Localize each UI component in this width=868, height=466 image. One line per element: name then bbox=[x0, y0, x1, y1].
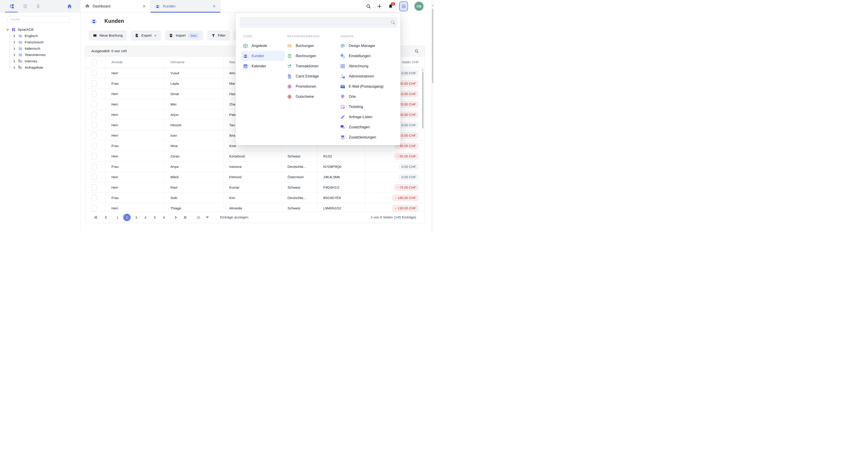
cell-anrede: Herr bbox=[105, 151, 164, 161]
page-number-4[interactable]: 4 bbox=[142, 214, 149, 221]
menu-item-kalender[interactable]: Kalender bbox=[241, 61, 285, 71]
row-checkbox[interactable] bbox=[91, 195, 96, 201]
page-scrollbar[interactable] bbox=[431, 0, 434, 233]
saldo-badge: − 185.00 CHF bbox=[392, 195, 419, 201]
scrollbar-thumb[interactable] bbox=[422, 72, 424, 129]
last-page-icon[interactable] bbox=[183, 215, 187, 219]
row-checkbox[interactable] bbox=[91, 164, 96, 170]
button-label: Neue Buchung bbox=[99, 33, 123, 37]
search-icon[interactable] bbox=[414, 49, 419, 53]
menu-item-label: E-Mail (Postausgang) bbox=[349, 85, 383, 89]
page-number-2[interactable]: 2 bbox=[123, 214, 131, 221]
tree-structure-icon[interactable] bbox=[9, 4, 14, 9]
row-checkbox[interactable] bbox=[91, 174, 96, 180]
menu-item-ticketing[interactable]: Ticketing bbox=[338, 102, 399, 112]
first-page-icon[interactable] bbox=[94, 215, 98, 219]
page-number-6[interactable]: 6 bbox=[160, 214, 168, 221]
row-checkbox[interactable] bbox=[91, 122, 96, 128]
menu-item-gutscheine[interactable]: $Gutscheine bbox=[285, 92, 338, 102]
row-checkbox[interactable] bbox=[91, 111, 96, 118]
menu-item-orte[interactable]: Orte bbox=[338, 92, 399, 102]
neue-buchung-button[interactable]: Neue Buchung bbox=[89, 31, 127, 40]
cell-land: Österreich bbox=[282, 172, 317, 182]
menu-item-zusatzleistungen[interactable]: Zusatzleistungen bbox=[338, 132, 399, 142]
menu-item-camt-eintr-ge[interactable]: Camt Einträge bbox=[285, 71, 338, 81]
table-row[interactable]: Frau Suki Kim Deutschla… B5C6D7E8 − 185.… bbox=[86, 193, 425, 203]
row-checkbox[interactable] bbox=[91, 101, 96, 107]
table-row[interactable]: Frau Anya Ivanova Deutschla… N7O8P9Q0 0.… bbox=[86, 162, 425, 172]
table-row[interactable]: Herr Zoran Kovačević Schweiz R1S2 − 55.0… bbox=[86, 151, 425, 162]
apps-grid-button[interactable] bbox=[399, 1, 408, 11]
table-row[interactable]: Herr Ravi Kumar Schweiz F9G0H1I2 − 75.00… bbox=[86, 182, 425, 193]
menu-item-anfrage-listen[interactable]: Anfrage-Listen bbox=[338, 112, 399, 122]
search-icon[interactable] bbox=[366, 4, 371, 9]
tab-kunden[interactable]: Kunden bbox=[151, 0, 221, 12]
tree-item-französisch[interactable]: Französisch bbox=[9, 39, 80, 45]
sidebar-search-input[interactable] bbox=[7, 16, 70, 23]
export-button[interactable]: Export bbox=[131, 31, 161, 40]
import-button[interactable]: Import beta bbox=[165, 31, 203, 40]
menu-item-transaktionen[interactable]: Transaktionen bbox=[285, 61, 338, 71]
menu-item-promotionen[interactable]: $Promotionen bbox=[285, 81, 338, 92]
cell-land: Schweiz bbox=[282, 151, 317, 161]
invoice-icon bbox=[287, 53, 292, 59]
row-checkbox[interactable] bbox=[91, 184, 96, 191]
menu-group-core: CORE Angebote Kunden Kalender bbox=[243, 35, 285, 71]
scrollbar-thumb[interactable] bbox=[432, 8, 433, 83]
close-icon[interactable] bbox=[213, 4, 216, 8]
previous-page-icon[interactable] bbox=[104, 215, 108, 219]
menu-item-kunden[interactable]: Kunden bbox=[241, 51, 285, 61]
menu-item-rechnungen[interactable]: Rechnungen bbox=[285, 51, 338, 61]
row-checkbox[interactable] bbox=[91, 80, 96, 87]
menu-item-abrechnung[interactable]: Abrechnung bbox=[338, 61, 399, 71]
menu-item-administratoren[interactable]: Administratoren bbox=[338, 71, 399, 81]
menu-item-buchungen[interactable]: Buchungen bbox=[285, 41, 338, 51]
topbar-actions: 1 CB bbox=[366, 0, 424, 12]
table-row[interactable]: Herr Miloš Petrović Österreich J3K4L5M6 … bbox=[86, 172, 425, 182]
row-checkbox[interactable] bbox=[91, 132, 96, 138]
row-checkbox-cell bbox=[86, 193, 105, 203]
cell-anrede: Herr bbox=[105, 99, 164, 109]
table-scrollbar[interactable] bbox=[422, 68, 424, 210]
home-icon[interactable] bbox=[67, 4, 72, 9]
menu-item-einstellungen[interactable]: Einstellungen bbox=[338, 51, 399, 61]
plus-icon[interactable] bbox=[377, 4, 382, 9]
next-page-icon[interactable] bbox=[174, 215, 178, 219]
page-number-5[interactable]: 5 bbox=[151, 214, 158, 221]
menu-item-label: Zusatzfragen bbox=[349, 125, 370, 129]
row-checkbox[interactable] bbox=[91, 70, 96, 76]
select-all-checkbox[interactable] bbox=[91, 59, 96, 65]
avatar[interactable]: CB bbox=[414, 1, 424, 11]
app-menu-search-input[interactable] bbox=[239, 17, 397, 28]
row-checkbox[interactable] bbox=[91, 143, 96, 149]
tree-item-teaminternes[interactable]: Teaminternes bbox=[9, 52, 80, 58]
scroll-up-arrow-icon[interactable] bbox=[432, 4, 434, 6]
page-number-1[interactable]: 1 bbox=[114, 214, 121, 221]
menu-item-design-manager[interactable]: Design Manager bbox=[338, 41, 399, 51]
menu-group-title: ANDERE bbox=[340, 35, 399, 38]
tree-item-italienisch[interactable]: Italienisch bbox=[9, 45, 80, 52]
row-checkbox[interactable] bbox=[91, 91, 96, 97]
top-bar: Dashboard Kunden 1 CB bbox=[0, 0, 434, 13]
trash-icon[interactable] bbox=[35, 4, 41, 9]
close-icon[interactable] bbox=[143, 4, 146, 8]
filter-button[interactable]: Filter bbox=[207, 31, 230, 40]
tree-item-englisch[interactable]: Englisch bbox=[9, 33, 80, 39]
menu-group-title: RECHNUNGSWESEN bbox=[287, 35, 338, 38]
menu-item-zusatzfragen[interactable]: Zusatzfragen bbox=[338, 122, 399, 132]
archive-icon[interactable] bbox=[23, 4, 28, 9]
page-number-3[interactable]: 3 bbox=[132, 214, 140, 221]
row-checkbox[interactable] bbox=[91, 205, 96, 211]
menu-item-angebote[interactable]: Angebote bbox=[241, 41, 285, 51]
bell-icon[interactable]: 1 bbox=[388, 4, 393, 9]
boxes-icon bbox=[340, 135, 345, 140]
users-icon bbox=[155, 4, 160, 9]
tree-root[interactable]: SprachCB bbox=[0, 26, 80, 33]
tree-item-internes[interactable]: Internes bbox=[9, 58, 80, 64]
row-checkbox[interactable] bbox=[91, 153, 96, 159]
tab-dashboard[interactable]: Dashboard bbox=[81, 0, 151, 12]
scroll-up-arrow-icon[interactable] bbox=[422, 69, 424, 70]
tree-item-anfrageliste[interactable]: Anfrageliste bbox=[9, 64, 80, 71]
page-size-select[interactable]: 25 bbox=[196, 215, 209, 219]
menu-item-e-mail-postausgang-[interactable]: E-Mail (Postausgang) bbox=[338, 81, 399, 92]
